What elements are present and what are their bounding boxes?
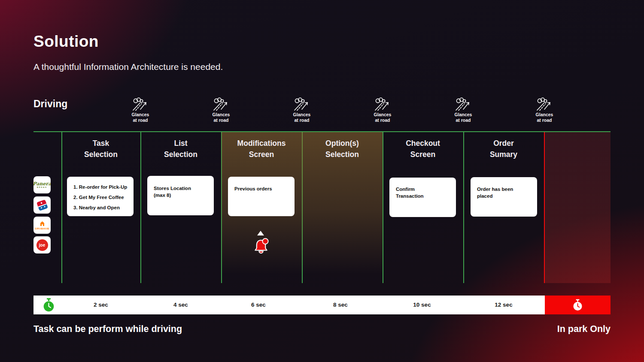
app-tile-panera: Panera BREAD <box>33 176 51 193</box>
glances-at-road-icon <box>536 97 553 111</box>
glance-label: Glancesat road <box>440 112 487 123</box>
time-label: 4 sec <box>155 302 207 308</box>
glances-at-road-icon <box>374 97 391 111</box>
glances-at-road-icon <box>293 97 310 111</box>
card-line: 2. Get My Free Coffee <box>73 194 129 201</box>
glance-marker: Glancesat road <box>359 97 406 123</box>
card-task-selection: 1. Re-order for Pick-Up 2. Get My Free C… <box>67 177 134 216</box>
glance-marker: Glancesat road <box>521 97 568 123</box>
card-line: Transaction <box>396 193 452 199</box>
stopwatch-green-icon <box>43 298 55 312</box>
stopwatch-red-icon <box>573 299 583 311</box>
card-line: (max 8) <box>154 192 210 199</box>
column-header-order-summary: OrderSumary <box>463 138 544 160</box>
glance-marker: Glancesat road <box>117 97 164 123</box>
app-tile-grubhub: GRUBHUB <box>33 217 51 234</box>
app-tile-joe: joe <box>33 236 51 253</box>
panera-logo: Panera <box>33 181 51 186</box>
app-tile-dominos <box>33 196 51 214</box>
column-header-options-selection: Option(s)Selection <box>302 138 383 160</box>
dominos-logo <box>36 199 48 211</box>
card-line: Stores Location <box>154 185 210 192</box>
time-label: 6 sec <box>233 302 284 308</box>
card-checkout-screen: Confirm Transaction <box>389 178 456 217</box>
glance-marker: Glancesat road <box>197 97 245 123</box>
glance-label: Glancesat road <box>197 112 245 123</box>
grubhub-logo-icon <box>39 221 46 227</box>
glances-at-road-icon <box>213 97 230 111</box>
card-order-summary: Order has been placed <box>471 177 537 217</box>
column-header-task-selection: TaskSelection <box>61 138 141 160</box>
glance-marker: Glancesat road <box>278 97 325 123</box>
notification-bell-icon <box>252 237 270 258</box>
joe-logo: joe <box>36 239 48 251</box>
time-label: 12 sec <box>478 302 529 308</box>
park-only-time-bar <box>545 296 611 314</box>
park-only-zone <box>545 132 611 283</box>
page-title: Solution <box>33 33 99 51</box>
glance-label: Glancesat road <box>359 112 406 123</box>
card-line: Previous orders <box>234 185 290 192</box>
time-label: 2 sec <box>75 302 127 308</box>
park-zone-divider <box>544 132 545 283</box>
footer-park-only-label: In park Only <box>557 324 611 335</box>
column-header-modifications-screen: ModificationsScreen <box>221 138 302 160</box>
card-line: 3. Nearby and Open <box>73 204 129 211</box>
glance-label: Glancesat road <box>278 112 325 123</box>
glance-label: Glancesat road <box>117 112 164 123</box>
grubhub-logo-text: GRUBHUB <box>35 227 49 230</box>
card-modifications-screen: Previous orders <box>228 177 295 216</box>
timeline-top-rule <box>33 131 611 132</box>
glance-marker: Glancesat road <box>440 97 487 123</box>
pointer-up-icon <box>257 231 264 235</box>
time-label: 10 sec <box>396 302 448 308</box>
driving-label: Driving <box>33 98 67 110</box>
column-header-list-selection: ListSelection <box>140 138 221 160</box>
glance-label: Glancesat road <box>521 112 568 123</box>
slide: Solution A thoughtful Information Archit… <box>0 0 644 362</box>
card-list-selection: Stores Location (max 8) <box>147 176 214 215</box>
page-subtitle: A thoughtful Information Architecture is… <box>33 62 223 72</box>
card-line: Confirm <box>396 186 452 193</box>
column-header-checkout-screen: CheckoutScreen <box>383 138 463 160</box>
footer-driving-label: Task can be perform while driving <box>33 324 182 335</box>
glances-at-road-icon <box>132 97 149 111</box>
card-line: Order has been <box>477 186 533 193</box>
glances-at-road-icon <box>455 97 472 111</box>
time-label: 8 sec <box>315 302 366 308</box>
card-line: placed <box>477 193 533 199</box>
card-line: 1. Re-order for Pick-Up <box>73 184 129 190</box>
